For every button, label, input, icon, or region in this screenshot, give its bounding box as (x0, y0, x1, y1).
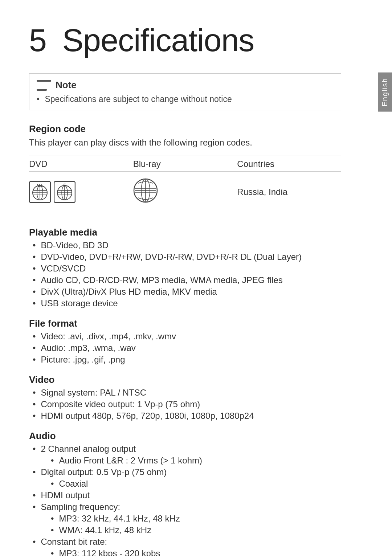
audio-heading: Audio (29, 430, 341, 442)
side-tab-label: English (381, 78, 389, 107)
playable-media-heading: Playable media (29, 227, 341, 238)
list-item: HDMI output 480p, 576p, 720p, 1080i, 108… (29, 411, 341, 421)
chapter-number: 5 (29, 22, 46, 58)
list-item: HDMI output (29, 490, 341, 500)
region-code-subtext: This player can play discs with the foll… (29, 138, 341, 148)
file-format-list: Video: .avi, .divx, .mp4, .mkv, .wmv Aud… (29, 331, 341, 365)
audio-sub-list-1: Coaxial (29, 479, 341, 489)
list-item: Picture: .jpg, .gif, .png (29, 355, 341, 365)
list-item: Sampling frequency: (29, 502, 341, 512)
svg-text:ALL: ALL (36, 184, 43, 188)
list-item: Audio CD, CD-R/CD-RW, MP3 media, WMA med… (29, 275, 341, 285)
playable-media-section: Playable media BD-Video, BD 3D DVD-Video… (29, 227, 341, 308)
list-item: Digital output: 0.5 Vp-p (75 ohm) (29, 467, 341, 477)
list-item: VCD/SVCD (29, 263, 341, 274)
audio-sub-list-3: MP3: 32 kHz, 44.1 kHz, 48 kHz WMA: 44.1 … (29, 514, 341, 535)
region-table-body: ALL 5 (29, 172, 341, 212)
list-item: Coaxial (47, 479, 341, 489)
svg-text:5: 5 (64, 183, 66, 188)
playable-media-list: BD-Video, BD 3D DVD-Video, DVD+R/+RW, DV… (29, 240, 341, 308)
list-item: USB storage device (29, 298, 341, 308)
region-col-dvd: DVD (29, 159, 133, 169)
video-section: Video Signal system: PAL / NTSC Composit… (29, 374, 341, 421)
note-icon-line2 (37, 89, 47, 91)
note-icon (37, 80, 51, 91)
list-item: Audio Front L&R : 2 Vrms (> 1 kohm) (47, 455, 341, 466)
list-item: BD-Video, BD 3D (29, 240, 341, 250)
audio-sub-list-4: MP3: 112 kbps - 320 kpbs WMA: 48 kpbs - … (29, 548, 341, 556)
note-content: • Specifications are subject to change w… (37, 94, 334, 104)
note-box: Note • Specifications are subject to cha… (29, 73, 341, 110)
title-text: Specifications (62, 22, 254, 58)
list-item: 2 Channel analog output (29, 444, 341, 454)
region-countries: Russia, India (237, 187, 341, 197)
list-item: Video: .avi, .divx, .mp4, .mkv, .wmv (29, 331, 341, 342)
region-code-section: Region code This player can play discs w… (29, 123, 341, 212)
note-header: Note (37, 79, 334, 91)
note-icon-line1 (37, 80, 51, 82)
list-item: MP3: 32 kHz, 44.1 kHz, 48 kHz (47, 514, 341, 524)
audio-list: 2 Channel analog output Audio Front L&R … (29, 444, 341, 556)
list-item: DVD-Video, DVD+R/+RW, DVD-R/-RW, DVD+R/-… (29, 252, 341, 262)
list-item: Constant bit rate: (29, 537, 341, 547)
bluray-globe-logo (133, 178, 158, 203)
list-item: MP3: 112 kbps - 320 kpbs (47, 548, 341, 556)
countries-text: Russia, India (237, 187, 287, 197)
dvd-logos: ALL 5 (29, 181, 133, 203)
list-item: WMA: 44.1 kHz, 48 kHz (47, 525, 341, 535)
dvd-5-logo: 5 (54, 181, 75, 203)
region-table-header: DVD Blu-ray Countries (29, 155, 341, 172)
region-col-countries: Countries (237, 159, 341, 169)
video-list: Signal system: PAL / NTSC Composite vide… (29, 388, 341, 421)
region-col-bluray: Blu-ray (133, 159, 237, 169)
list-item: Audio: .mp3, .wma, .wav (29, 343, 341, 353)
audio-sub-list-0: Audio Front L&R : 2 Vrms (> 1 kohm) (29, 455, 341, 466)
side-tab: English (378, 73, 392, 112)
list-item: Signal system: PAL / NTSC (29, 388, 341, 398)
bullet-dot: • (37, 94, 40, 104)
region-table: DVD Blu-ray Countries (29, 155, 341, 212)
page-title: 5 Specifications (29, 22, 363, 59)
list-item: Composite video output: 1 Vp-p (75 ohm) (29, 399, 341, 409)
video-heading: Video (29, 374, 341, 385)
bluray-logo-cell (133, 178, 237, 205)
dvd-all-logo: ALL (29, 181, 51, 203)
list-item: DivX (Ultra)/DivX Plus HD media, MKV med… (29, 287, 341, 297)
region-code-heading: Region code (29, 123, 341, 135)
audio-section: Audio 2 Channel analog output Audio Fron… (29, 430, 341, 556)
page-container: English 5 Specifications Note • Specific… (0, 0, 392, 556)
file-format-heading: File format (29, 318, 341, 329)
note-item-1: Specifications are subject to change wit… (45, 94, 232, 104)
note-title: Note (56, 79, 77, 91)
file-format-section: File format Video: .avi, .divx, .mp4, .m… (29, 318, 341, 365)
